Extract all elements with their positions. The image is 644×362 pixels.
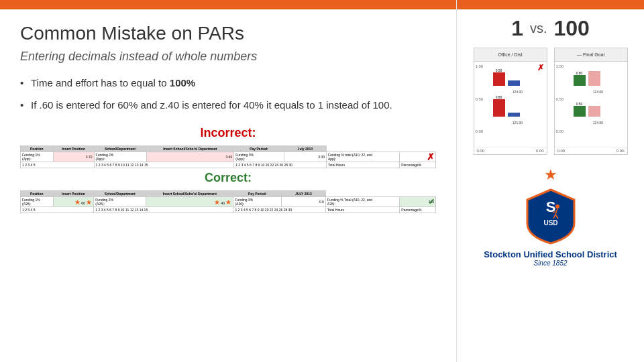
chart-1-label2: Dist: [515, 52, 523, 57]
vs-section: 1 vs. 100: [457, 9, 644, 44]
th-school: School/Department: [94, 146, 146, 152]
bar-c-label-2: 124.00: [574, 121, 623, 125]
bar-c1a: 0.80: [574, 71, 586, 86]
cth-position: Position: [21, 191, 54, 197]
td-funding3-label: Funding 3%(App):: [234, 152, 284, 162]
bar-1a: 0.50: [493, 68, 505, 86]
logo-text: Stockton Unified School District Since 1…: [484, 249, 617, 267]
td-funding1-val: 3.70: [53, 152, 94, 162]
ctd-funding2-label: Funding 2%(A26):: [94, 197, 146, 207]
bar-c1b: [588, 71, 600, 86]
chart-2-body: 1.00 0.50 0.00 0.80: [555, 62, 627, 147]
right-panel: 1 vs. 100 Office / Dist ✗ 1.00 0.50 0: [456, 0, 644, 362]
y-label-bot: 0.00: [476, 129, 484, 133]
bar-1b: [508, 80, 520, 86]
th-pay: Pay Period:: [234, 146, 284, 152]
y2-label-mid: 0.50: [556, 97, 564, 101]
bar-row-1: 0.50: [493, 67, 543, 86]
chart-1-header: Office / Dist: [474, 48, 547, 62]
th-july: July 2013: [284, 146, 326, 152]
y2-label-top: 1.00: [556, 64, 564, 68]
chart-2-label1: — Final: [577, 52, 593, 57]
footer-1-left: 0.00: [477, 149, 485, 153]
table-subheader-row: Funding 1%(App): 3.70 Funding 2%(App): 3…: [21, 152, 436, 162]
bar-c2a-fill: [574, 106, 586, 117]
correct-header-row: Position Insert Position School/Departme…: [21, 191, 436, 197]
ctd-total-hours: Total Hours: [325, 207, 400, 213]
y2-label-bot: 0.00: [556, 129, 564, 133]
bar-row-c2: 0.50: [574, 98, 623, 117]
th-position: Position: [21, 146, 54, 152]
bar-row-2: 0.80: [493, 98, 543, 117]
td-nums-3: 1 2 3 4 5 6 7 8 9 10 20 22 24 26 28 30: [234, 162, 327, 168]
chart-incorrect: Office / Dist ✗ 1.00 0.50 0.00: [474, 48, 547, 155]
star-4: ★: [225, 198, 231, 206]
check-mark-correct: ✓: [428, 197, 435, 206]
ctd-funding1-val: ★ 60 ★: [53, 197, 94, 207]
y-label-top: 1.00: [476, 64, 484, 68]
correct-label: Correct:: [20, 171, 436, 185]
mini-chart-2: — Final Goal 1.00 0.50 0.00 0.80: [554, 48, 628, 155]
chart-1-label1: Office: [498, 52, 510, 57]
cth-july: JULY 2013: [282, 191, 326, 197]
bar-c2b-fill: [588, 106, 600, 117]
table-header-row: Position Insert Position School/Departme…: [21, 146, 436, 152]
ctd-total-label: Funding % Total (A10, 22, andA26):: [325, 197, 400, 207]
cth-pay: Pay Period:: [233, 191, 282, 197]
th-insert-pos: Insert Position: [53, 146, 94, 152]
bullet-2-text: If .60 is entered for 60% and z.40 is en…: [31, 99, 392, 111]
star-2: ★: [86, 198, 92, 206]
bar-1b-fill: [508, 80, 520, 86]
td-total-label: Funding % total (A10, 22, andApp):: [326, 152, 399, 162]
bar-c2b: [588, 106, 600, 117]
subtitle: Entering decimals instead of whole numbe…: [20, 50, 436, 64]
susd-logo-area: ★ S USD Stockton Unified School District…: [457, 161, 644, 272]
td-total-hours: Total Hours: [326, 162, 399, 168]
bullet-2: If .60 is entered for 60% and z.40 is en…: [20, 98, 436, 113]
td-funding2-val: 3.40: [146, 152, 234, 162]
chart-2-footer: 0.00 0.00: [555, 147, 627, 154]
incorrect-spreadsheet-wrapper: Position Insert Position School/Departme…: [20, 145, 436, 168]
logo-star-area: ★: [544, 166, 557, 184]
vs-number-1: 1: [511, 16, 523, 41]
charts-area: Office / Dist ✗ 1.00 0.50 0.00: [457, 44, 644, 158]
chart-1-footer: 0.00 0.00: [474, 147, 547, 154]
bullet-1: Time and effort has to equal to 100%: [20, 76, 436, 91]
ctd-funding2-val: ★ 40 ★: [146, 197, 233, 207]
correct-subheader-row: Funding 1%(A26): ★ 60 ★ Funding 2%(A26):…: [21, 197, 436, 207]
ctd-nums-3: 1 2 3 4 5 6 7 8 9 10 20 22 24 26 28 30: [233, 207, 325, 213]
bar-c1b-fill: [588, 71, 600, 86]
logo-subtitle: Since 1852: [484, 259, 617, 267]
incorrect-table: Position Insert Position School/Departme…: [20, 145, 436, 168]
ctd-nums-2: 1 2 3 4 5 6 7 8 9 10 11 12 13 14 15: [94, 207, 233, 213]
footer-1-right: 0.00: [536, 149, 544, 153]
chart-1-body: 1.00 0.50 0.00 0.50: [474, 62, 547, 147]
ctd-funding1-label: Funding 1%(A26):: [21, 197, 54, 207]
bar-1a-fill: [493, 72, 505, 86]
ctd-funding3-val: 0.0: [282, 197, 326, 207]
footer-2-right: 0.00: [616, 149, 625, 153]
chart-2-label2: Goal: [594, 52, 604, 57]
bar-2b: [508, 113, 520, 117]
correct-numbers-row: 1 2 3 4 5 1 2 3 4 5 6 7 8 9 10 11 12 13 …: [21, 207, 436, 213]
svg-text:USD: USD: [543, 219, 557, 227]
footer-2-left: 0.00: [557, 149, 566, 153]
ctd-nums-1: 1 2 3 4 5: [21, 207, 94, 213]
vs-label: vs.: [530, 21, 547, 36]
bar-2a: 0.80: [493, 95, 505, 117]
cth-insert-pos: Insert Position: [53, 191, 94, 197]
td-nums-2: 1 2 3 4 5 6 7 8 9 10 11 12 13 14 15: [94, 162, 234, 168]
table-numbers-row: 1 2 3 4 5 1 2 3 4 5 6 7 8 9 10 11 12 13 …: [21, 162, 436, 168]
bullet-1-text: Time and effort has to equal to 100%: [31, 77, 195, 88]
td-percentage: Percentage%: [400, 162, 436, 168]
bar-rows-2: 0.80 124.00 0.50: [574, 64, 623, 125]
star-1: ★: [74, 198, 80, 206]
cth-insert-school: Insert School/Scho'ol Department: [146, 191, 233, 197]
logo-title: Stockton Unified School District: [484, 249, 617, 259]
chart-2-header: — Final Goal: [555, 48, 627, 62]
y-axis-1: 1.00 0.50 0.00: [476, 64, 484, 133]
correct-table: Position Insert Position School/Departme…: [20, 190, 436, 213]
bar-2b-fill: [508, 113, 520, 117]
bullet-list: Time and effort has to equal to 100% If …: [20, 76, 436, 113]
main-content: Common Mistake on PARs Entering decimals…: [0, 9, 456, 362]
